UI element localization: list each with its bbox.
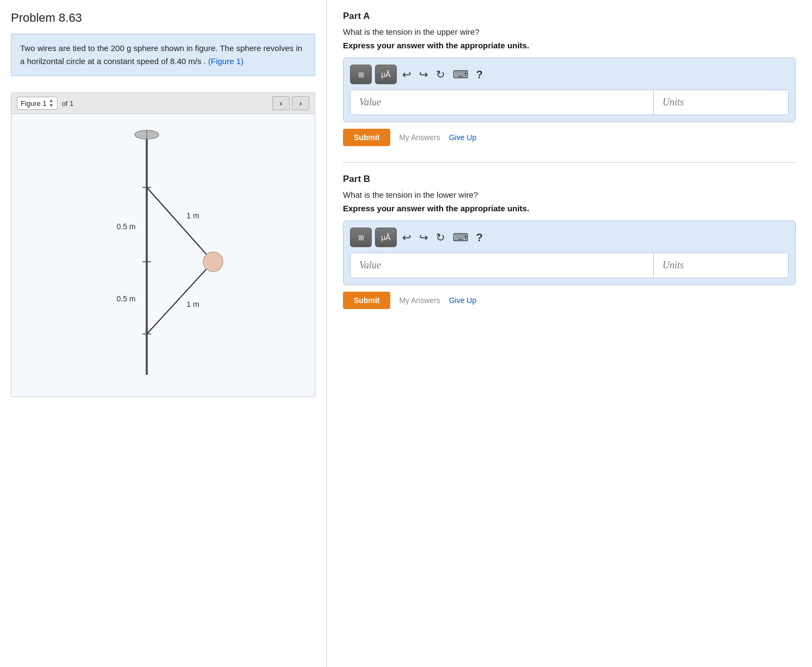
undo-button-a[interactable]: ↩ [400,68,414,81]
refresh-icon-b: ↻ [436,231,445,244]
part-a-title: Part A [343,11,796,22]
keyboard-button-a[interactable]: ⌨ [451,68,471,81]
grid-button-b[interactable]: ⊞ [350,228,372,247]
figure-prev-button[interactable]: ‹ [272,96,290,110]
redo-icon-a: ↪ [419,68,428,81]
redo-icon-b: ↪ [419,231,428,244]
redo-button-a[interactable]: ↪ [417,68,430,81]
part-a-input-row [350,90,789,115]
physics-diagram: 0.5 m 1 m 0.5 m 1 m [87,125,239,386]
dim-upper-left: 0.5 m [116,222,135,231]
dim-upper-right: 1 m [186,211,199,220]
part-b-instruction: Express your answer with the appropriate… [343,204,796,213]
dim-lower-right: 1 m [186,300,199,309]
figure-select[interactable]: Figure 1 ▲▼ [17,97,58,110]
part-a-question: What is the tension in the upper wire? [343,27,796,36]
part-a-submit-button[interactable]: Submit [343,129,390,146]
figure-next-button[interactable]: › [292,96,309,110]
problem-description: Two wires are tied to the 200 g sphere s… [11,34,315,76]
part-a-toolbar: ⊞ μÅ ↩ ↪ ↻ ⌨ ? [350,65,789,84]
svg-line-4 [147,262,213,334]
grid-icon-a: ⊞ [358,71,364,79]
grid-icon-b: ⊞ [358,234,364,242]
part-a-section: Part A What is the tension in the upper … [343,11,796,146]
grid-button-a[interactable]: ⊞ [350,65,372,84]
part-a-give-up[interactable]: Give Up [449,133,477,142]
refresh-button-b[interactable]: ↻ [434,231,447,244]
part-a-units-input[interactable] [654,90,788,115]
figure-header: Figure 1 ▲▼ of 1 ‹ › [11,93,315,114]
figure-label: Figure 1 [21,99,47,108]
keyboard-icon-a: ⌨ [453,68,469,81]
refresh-button-a[interactable]: ↻ [434,68,447,81]
problem-title: Problem 8.63 [11,11,315,25]
part-b-submit-button[interactable]: Submit [343,292,390,309]
keyboard-button-b[interactable]: ⌨ [451,231,471,244]
svg-line-3 [147,187,213,262]
part-a-value-input[interactable] [351,90,654,115]
part-b-toolbar: ⊞ μÅ ↩ ↪ ↻ ⌨ ? [350,228,789,247]
part-b-action-row: Submit My Answers Give Up [343,292,796,309]
figure-container: Figure 1 ▲▼ of 1 ‹ › [11,92,315,397]
part-b-title: Part B [343,174,796,185]
part-a-answer-box: ⊞ μÅ ↩ ↪ ↻ ⌨ ? [343,58,796,122]
part-b-section: Part B What is the tension in the lower … [343,174,796,309]
part-a-instruction: Express your answer with the appropriate… [343,41,796,50]
help-icon-a: ? [476,68,483,80]
part-a-action-row: Submit My Answers Give Up [343,129,796,146]
mu-label-a: μÅ [381,70,390,79]
parts-divider [343,162,796,163]
figure-navigation: ‹ › [272,96,309,110]
dim-lower-left: 0.5 m [116,294,135,303]
figure-of-label: of 1 [62,99,74,108]
undo-icon-b: ↩ [402,231,411,244]
mu-label-b: μÅ [381,233,390,242]
part-b-answer-box: ⊞ μÅ ↩ ↪ ↻ ⌨ ? [343,221,796,285]
mu-button-b[interactable]: μÅ [375,228,397,247]
help-icon-b: ? [476,231,483,243]
undo-button-b[interactable]: ↩ [400,231,414,244]
figure-arrows-icon: ▲▼ [49,98,54,108]
part-b-question: What is the tension in the lower wire? [343,190,796,199]
mu-button-a[interactable]: μÅ [375,65,397,84]
part-b-my-answers[interactable]: My Answers [399,296,440,305]
svg-point-5 [203,252,223,272]
part-b-value-input[interactable] [351,253,654,278]
figure-link[interactable]: (Figure 1) [208,56,243,66]
keyboard-icon-b: ⌨ [453,231,469,244]
right-panel: Part A What is the tension in the upper … [326,0,812,667]
refresh-icon-a: ↻ [436,68,445,81]
part-a-my-answers[interactable]: My Answers [399,133,440,142]
part-b-units-input[interactable] [654,253,788,278]
part-b-input-row [350,253,789,278]
figure-diagram: 0.5 m 1 m 0.5 m 1 m [11,114,315,397]
problem-text: Two wires are tied to the 200 g sphere s… [20,43,302,66]
redo-button-b[interactable]: ↪ [417,231,430,244]
help-button-a[interactable]: ? [476,68,483,81]
help-button-b[interactable]: ? [476,231,483,244]
undo-icon-a: ↩ [402,68,411,81]
part-b-give-up[interactable]: Give Up [449,296,477,305]
